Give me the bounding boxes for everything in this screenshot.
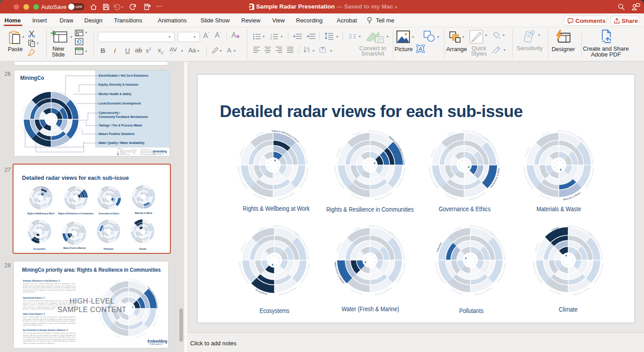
svg-text:= Impacts of our Operations: = Impacts of our Operations — [140, 151, 155, 152]
svg-text:A: A — [419, 46, 422, 52]
svg-text:P: P — [249, 5, 251, 9]
svg-text:= Strategic Relevance: = Strategic Relevance — [140, 149, 152, 151]
svg-text:Materiality: Materiality — [117, 148, 123, 150]
svg-text:Critical or systemic: Critical or systemic — [120, 154, 130, 156]
svg-text:3: 3 — [270, 38, 272, 40]
svg-text:= Our Contribution to Systemic: = Our Contribution to Systemic Change — [140, 154, 155, 156]
